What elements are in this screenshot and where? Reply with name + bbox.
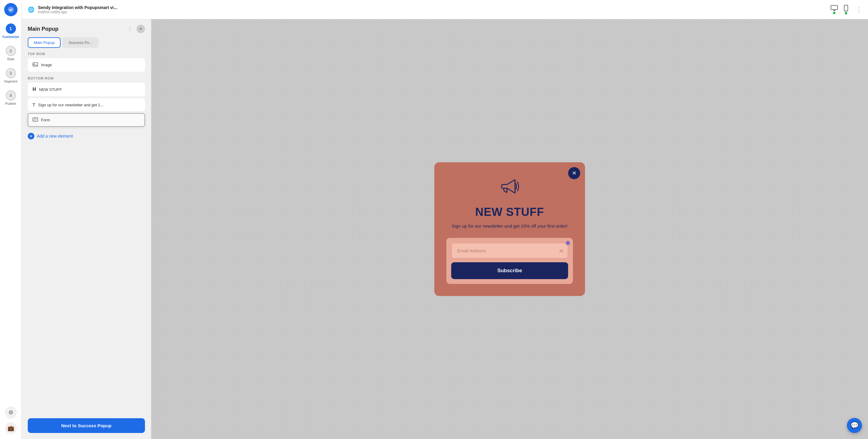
add-element-btn[interactable]: + Add a new element xyxy=(22,129,151,144)
mobile-device-btn[interactable] xyxy=(842,4,850,16)
chat-bubble-btn[interactable]: 💬 xyxy=(847,418,862,433)
settings-icon[interactable]: ⚙ xyxy=(5,406,17,418)
icon-bar: 1 Customize 2 Style 3 Segment 4 Publish … xyxy=(0,0,22,439)
preview-area: ✕ NEW STUFF Sign up for our newsletter a… xyxy=(151,19,868,439)
popup-subtext: Sign up for our newsletter and get 15% o… xyxy=(452,223,568,230)
device-switcher xyxy=(829,4,850,16)
step-2-label: Style xyxy=(7,57,14,61)
popup: ✕ NEW STUFF Sign up for our newsletter a… xyxy=(434,162,585,296)
text-element-label: Sign up for our newsletter and get 1... xyxy=(38,103,104,107)
site-title: Sendy Integration with Popupsmart vi... xyxy=(38,5,117,10)
step-3-circle: 3 xyxy=(6,68,16,78)
heading-element[interactable]: H NEW STUFF xyxy=(28,82,145,96)
mobile-dot xyxy=(845,12,847,14)
panel-footer: Next to Success Popup xyxy=(22,412,151,439)
heading-element-label: NEW STUFF xyxy=(39,87,62,92)
main-content: Main Popup ⋮ + Main Popup Success Po... … xyxy=(22,19,868,439)
top-bar: 🌐 Sendy Integration with Popupsmart vi..… xyxy=(22,0,868,19)
step-publish[interactable]: 4 Publish xyxy=(0,88,22,108)
panel-header: Main Popup ⋮ + xyxy=(22,19,151,37)
image-icon xyxy=(33,62,38,67)
tab-bar: Main Popup Success Po... xyxy=(22,37,151,52)
svg-point-3 xyxy=(8,7,14,13)
form-element-label: Form xyxy=(41,118,50,122)
tab-success-popup[interactable]: Success Po... xyxy=(62,37,98,48)
next-success-popup-btn[interactable]: Next to Success Popup xyxy=(28,418,145,433)
icon-bar-bottom: ⚙ 💼 xyxy=(5,406,17,439)
step-3-label: Segment xyxy=(4,79,17,83)
site-url: trialfirst.netlify.app xyxy=(38,10,117,14)
step-style[interactable]: 2 Style xyxy=(0,43,22,63)
svg-rect-0 xyxy=(831,5,838,10)
add-element-icon: + xyxy=(28,133,34,139)
site-info: Sendy Integration with Popupsmart vi... … xyxy=(38,5,117,14)
step-segment[interactable]: 3 Segment xyxy=(0,66,22,86)
logo xyxy=(4,3,18,16)
image-element[interactable]: Image xyxy=(28,58,145,72)
step-4-circle: 4 xyxy=(6,90,16,101)
tab-main-popup[interactable]: Main Popup xyxy=(28,37,61,48)
popup-form: ✉ Subscribe xyxy=(446,238,573,284)
svg-point-5 xyxy=(34,64,35,64)
panel: Main Popup ⋮ + Main Popup Success Po... … xyxy=(22,19,151,439)
bottom-row-label: BOTTOM ROW xyxy=(22,76,151,82)
popup-close-btn[interactable]: ✕ xyxy=(568,167,580,179)
top-row-label: TOP ROW xyxy=(22,52,151,58)
popup-heading: NEW STUFF xyxy=(475,206,544,218)
panel-header-icons: ⋮ + xyxy=(126,25,145,33)
form-icon xyxy=(33,117,38,123)
email-input-wrap: ✉ xyxy=(451,243,568,259)
heading-icon: H xyxy=(33,87,36,92)
panel-title: Main Popup xyxy=(28,26,59,32)
svg-point-2 xyxy=(846,10,846,10)
globe-icon: 🌐 xyxy=(28,6,34,13)
popup-megaphone-icon xyxy=(498,174,522,200)
desktop-dot xyxy=(833,12,835,14)
input-dot-indicator xyxy=(566,241,570,245)
desktop-device-btn[interactable] xyxy=(829,4,840,15)
step-customize[interactable]: 1 Customize xyxy=(0,21,22,41)
svg-rect-6 xyxy=(33,118,38,121)
subscribe-btn[interactable]: Subscribe xyxy=(451,262,568,279)
email-icon: ✉ xyxy=(559,248,563,254)
form-element[interactable]: Form xyxy=(28,113,145,127)
briefcase-icon[interactable]: 💼 xyxy=(5,422,17,434)
email-input[interactable] xyxy=(451,243,568,259)
panel-add-btn[interactable]: + xyxy=(136,25,145,33)
image-element-label: Image xyxy=(41,63,52,67)
step-4-label: Publish xyxy=(5,102,16,105)
step-2-circle: 2 xyxy=(6,46,16,56)
text-element[interactable]: T Sign up for our newsletter and get 1..… xyxy=(28,98,145,111)
panel-more-btn[interactable]: ⋮ xyxy=(126,25,134,33)
add-element-label: Add a new element xyxy=(37,134,73,138)
more-options-icon[interactable]: ⋮ xyxy=(856,6,862,13)
step-1-circle: 1 xyxy=(6,24,16,34)
text-icon: T xyxy=(33,102,35,107)
step-1-label: Customize xyxy=(2,35,19,38)
